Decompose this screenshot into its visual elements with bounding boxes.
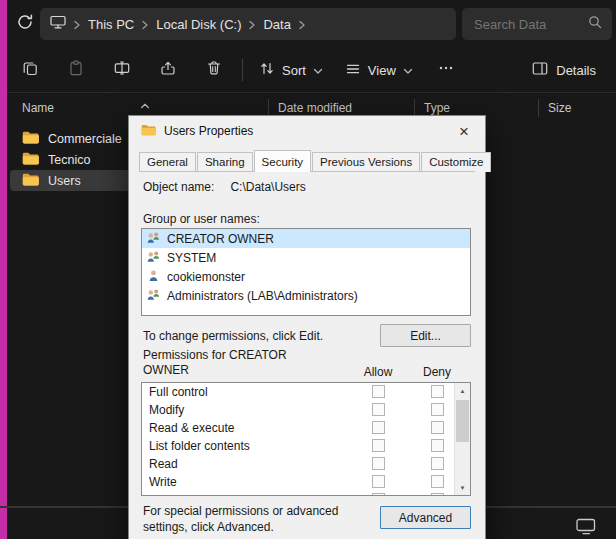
ellipsis-icon: [438, 60, 454, 80]
allow-checkbox: [372, 439, 385, 452]
command-toolbar: Sort View Details: [7, 48, 616, 93]
principal-row-system[interactable]: SYSTEM: [142, 248, 470, 267]
breadcrumb-item-local-disk-c[interactable]: Local Disk (C:): [156, 17, 241, 32]
group-icon: [146, 288, 161, 304]
scrollbar-thumb[interactable]: [456, 400, 469, 442]
details-pane-button[interactable]: Details: [522, 53, 606, 87]
principal-name: CREATOR OWNER: [167, 232, 274, 246]
group-icon: [146, 231, 161, 247]
folder-icon: [22, 151, 39, 169]
allow-checkbox: [372, 403, 385, 416]
column-header-date-modified[interactable]: Date modified: [278, 101, 352, 115]
permission-name: Read: [149, 457, 178, 471]
deny-checkbox: [431, 493, 444, 496]
advanced-button[interactable]: Advanced: [380, 506, 471, 529]
tab-sharing[interactable]: Sharing: [197, 152, 253, 172]
file-name: Commerciale: [48, 132, 122, 146]
search-input[interactable]: [472, 16, 582, 33]
column-header-name[interactable]: Name: [22, 101, 54, 115]
allow-column-header: Allow: [353, 365, 403, 379]
permission-name: Read & execute: [149, 421, 234, 435]
navigation-bar: This PC Local Disk (C:) Data: [7, 0, 616, 48]
principal-name: SYSTEM: [167, 251, 216, 265]
group-or-user-names-list: CREATOR OWNER SYSTEM cookiemonster Admin…: [141, 228, 471, 316]
permission-row-modify: Modify: [142, 401, 470, 419]
file-explorer-window: This PC Local Disk (C:) Data: [0, 0, 616, 539]
permission-name: Modify: [149, 403, 184, 417]
refresh-icon: [16, 13, 34, 35]
deny-checkbox: [431, 421, 444, 434]
file-name: Users: [48, 174, 81, 188]
edit-button[interactable]: Edit...: [380, 324, 471, 347]
this-pc-icon: [50, 15, 66, 33]
permission-row-special-permissions: Special permissions: [142, 491, 470, 496]
deny-checkbox: [431, 475, 444, 488]
deny-checkbox: [431, 439, 444, 452]
permission-row-read: Read: [142, 455, 470, 473]
deny-checkbox: [431, 385, 444, 398]
left-accent-strip: [0, 0, 7, 539]
principal-row-creator-owner[interactable]: CREATOR OWNER: [142, 229, 470, 248]
column-header-type[interactable]: Type: [424, 101, 450, 115]
scroll-up-icon[interactable]: ▲: [455, 383, 470, 398]
allow-checkbox: [372, 385, 385, 398]
copy-button[interactable]: [7, 53, 53, 87]
permission-name: Full control: [149, 385, 208, 399]
chevron-right-icon: [141, 20, 149, 30]
edit-permissions-hint: To change permissions, click Edit.: [143, 329, 323, 343]
folder-icon: [141, 122, 156, 140]
permissions-scrollbar[interactable]: ▲ ▼: [454, 383, 470, 495]
group-icon: [146, 250, 161, 266]
more-options-button[interactable]: [426, 53, 466, 87]
share-button[interactable]: [145, 53, 191, 87]
scroll-down-icon[interactable]: ▼: [455, 480, 470, 495]
paste-icon: [68, 60, 84, 80]
deny-checkbox: [431, 403, 444, 416]
user-icon: [146, 269, 161, 285]
sort-icon: [259, 61, 275, 79]
deny-checkbox: [431, 457, 444, 470]
tab-general[interactable]: General: [139, 152, 196, 172]
tab-previous-versions[interactable]: Previous Versions: [312, 152, 420, 172]
principal-name: cookiemonster: [167, 270, 245, 284]
trash-icon: [206, 60, 222, 80]
close-icon[interactable]: ×: [449, 119, 479, 143]
folder-icon: [22, 130, 39, 148]
principal-row-administrators[interactable]: Administrators (LAB\Administrators): [142, 286, 470, 305]
allow-checkbox: [372, 475, 385, 488]
allow-checkbox: [372, 457, 385, 470]
breadcrumb-item-data[interactable]: Data: [263, 17, 290, 32]
object-name-row: Object name: C:\Data\Users: [143, 180, 306, 194]
column-header-size[interactable]: Size: [548, 101, 571, 115]
toolbar-separator: [242, 59, 243, 81]
chevron-down-icon: [313, 63, 323, 78]
sort-ascending-icon: [140, 95, 150, 113]
dialog-tabs: General Sharing Security Previous Versio…: [139, 148, 475, 172]
file-name: Tecnico: [48, 153, 90, 167]
refresh-button[interactable]: [11, 10, 39, 38]
rename-icon: [114, 60, 130, 80]
deny-column-header: Deny: [415, 365, 459, 379]
search-icon: [588, 15, 602, 33]
tab-security[interactable]: Security: [254, 150, 312, 172]
principal-row-cookiemonster[interactable]: cookiemonster: [142, 267, 470, 286]
permissions-for-label: Permissions for CREATOR OWNER: [143, 348, 295, 378]
permission-name: Write: [149, 475, 177, 489]
permissions-list: Full control Modify Read & execute List …: [141, 382, 471, 496]
view-dropdown[interactable]: View: [334, 53, 424, 87]
tab-customize[interactable]: Customize: [421, 152, 491, 172]
dialog-titlebar[interactable]: Users Properties ×: [129, 116, 485, 146]
details-label: Details: [556, 63, 596, 78]
share-icon: [160, 60, 176, 80]
tray-display-icon[interactable]: [576, 518, 596, 539]
permission-name: List folder contents: [149, 439, 250, 453]
breadcrumb-item-this-pc[interactable]: This PC: [88, 17, 134, 32]
rename-button[interactable]: [99, 53, 145, 87]
sort-dropdown[interactable]: Sort: [248, 53, 334, 87]
delete-button[interactable]: [191, 53, 237, 87]
paste-button[interactable]: [53, 53, 99, 87]
users-properties-dialog: Users Properties × General Sharing Secur…: [128, 115, 486, 539]
allow-checkbox: [372, 493, 385, 496]
column-divider[interactable]: [538, 99, 539, 117]
permission-name: Special permissions: [149, 493, 256, 496]
